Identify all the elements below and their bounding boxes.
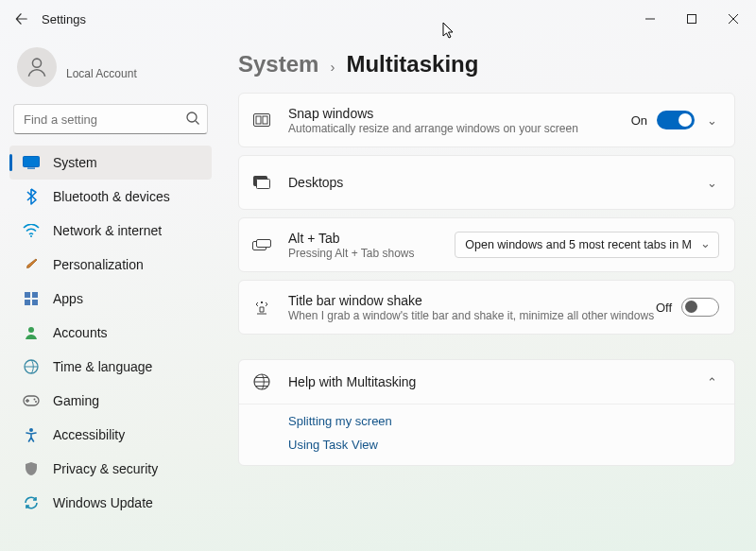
shake-toggle[interactable] [681, 298, 719, 317]
alttab-icon [252, 239, 271, 250]
maximize-icon [687, 14, 696, 24]
svg-rect-17 [256, 116, 261, 124]
nav-label: Windows Update [53, 495, 153, 510]
window-title: Settings [42, 12, 86, 26]
help-card: Help with Multitasking ⌃ Splitting my sc… [238, 359, 735, 466]
search-box [13, 104, 208, 134]
shake-card: Title bar window shake When I grab a win… [238, 280, 735, 335]
chevron-right-icon: › [330, 59, 335, 75]
gaming-icon [23, 392, 40, 409]
maximize-button[interactable] [671, 4, 713, 34]
svg-point-10 [28, 327, 34, 333]
chevron-up-icon[interactable]: ⌃ [704, 375, 719, 389]
nav-label: System [53, 155, 97, 170]
chevron-down-icon[interactable]: ⌄ [704, 176, 719, 190]
profile-block[interactable]: Local Account [9, 42, 212, 98]
alttab-desc: Pressing Alt + Tab shows [288, 247, 455, 260]
breadcrumb-current: Multitasking [346, 51, 478, 77]
svg-rect-3 [24, 157, 40, 167]
back-button[interactable] [9, 7, 34, 31]
snap-state-label: On [631, 113, 647, 128]
help-link-split[interactable]: Splitting my screen [288, 414, 721, 428]
svg-rect-9 [32, 300, 38, 305]
help-link-taskview[interactable]: Using Task View [288, 438, 721, 452]
update-icon [23, 494, 40, 511]
snap-title: Snap windows [288, 106, 631, 121]
globe-clock-icon [23, 358, 40, 375]
shake-desc: When I grab a window's title bar and sha… [288, 309, 656, 322]
wifi-icon [23, 222, 40, 239]
window-controls [629, 4, 754, 34]
svg-rect-6 [25, 292, 30, 298]
nav-label: Accessibility [53, 427, 125, 442]
nav-apps[interactable]: Apps [9, 282, 212, 316]
profile-subtitle: Local Account [66, 67, 137, 80]
nav: System Bluetooth & devices Network & int… [9, 146, 212, 520]
nav-network[interactable]: Network & internet [9, 214, 212, 248]
svg-point-2 [187, 112, 197, 122]
help-title: Help with Multitasking [288, 374, 704, 389]
desktops-title: Desktops [288, 175, 704, 190]
svg-rect-8 [25, 300, 30, 305]
search-icon [185, 111, 200, 126]
snap-desc: Automatically resize and arrange windows… [288, 122, 631, 135]
minimize-icon [645, 14, 655, 24]
snap-windows-icon [252, 113, 271, 127]
svg-rect-20 [257, 180, 270, 189]
brush-icon [23, 256, 40, 273]
nav-gaming[interactable]: Gaming [9, 384, 212, 418]
bluetooth-icon [23, 188, 40, 205]
chevron-down-icon[interactable]: ⌄ [704, 113, 719, 128]
nav-personalization[interactable]: Personalization [9, 248, 212, 282]
svg-point-1 [32, 59, 41, 67]
display-icon [23, 154, 40, 171]
nav-accounts[interactable]: Accounts [9, 316, 212, 350]
nav-label: Apps [53, 291, 83, 306]
nav-label: Personalization [53, 257, 144, 272]
content: System › Multitasking Snap windows Autom… [221, 38, 756, 551]
accounts-icon [23, 324, 40, 341]
svg-rect-0 [688, 15, 696, 24]
sidebar: Local Account System Bluetooth & devices… [0, 38, 221, 551]
svg-rect-4 [27, 168, 35, 169]
nav-privacy[interactable]: Privacy & security [9, 452, 212, 486]
svg-point-13 [34, 399, 36, 401]
snap-toggle[interactable] [657, 111, 695, 129]
nav-label: Time & language [53, 359, 152, 374]
shield-icon [23, 460, 40, 477]
svg-rect-18 [263, 116, 267, 124]
nav-bluetooth[interactable]: Bluetooth & devices [9, 180, 212, 214]
nav-label: Privacy & security [53, 461, 158, 476]
person-icon [25, 55, 49, 79]
avatar [17, 47, 57, 87]
search-input[interactable] [13, 104, 208, 134]
desktops-icon [252, 176, 271, 189]
svg-point-15 [29, 428, 33, 432]
nav-label: Accounts [53, 325, 108, 340]
arrow-left-icon [15, 12, 28, 26]
globe-icon [252, 373, 271, 390]
nav-system[interactable]: System [9, 146, 212, 180]
alttab-card: Alt + Tab Pressing Alt + Tab shows Open … [238, 217, 735, 272]
close-button[interactable] [713, 4, 754, 34]
shake-state-label: Off [656, 301, 672, 315]
alttab-dropdown[interactable]: Open windows and 5 most recent tabs in M [455, 232, 719, 258]
svg-rect-22 [257, 240, 271, 248]
apps-icon [23, 290, 40, 307]
svg-point-5 [30, 235, 32, 237]
shake-icon [252, 300, 271, 315]
nav-accessibility[interactable]: Accessibility [9, 418, 212, 452]
desktops-card[interactable]: Desktops ⌄ [238, 155, 735, 210]
accessibility-icon [23, 426, 40, 443]
profile-name [66, 54, 137, 67]
nav-time[interactable]: Time & language [9, 350, 212, 384]
close-icon [729, 14, 738, 24]
nav-update[interactable]: Windows Update [9, 486, 212, 520]
titlebar: Settings [0, 0, 756, 38]
snap-windows-card[interactable]: Snap windows Automatically resize and ar… [238, 93, 735, 147]
breadcrumb-parent[interactable]: System [238, 51, 318, 77]
help-header[interactable]: Help with Multitasking ⌃ [239, 360, 734, 404]
nav-label: Bluetooth & devices [53, 189, 170, 204]
svg-point-14 [35, 401, 37, 403]
minimize-button[interactable] [629, 4, 671, 34]
